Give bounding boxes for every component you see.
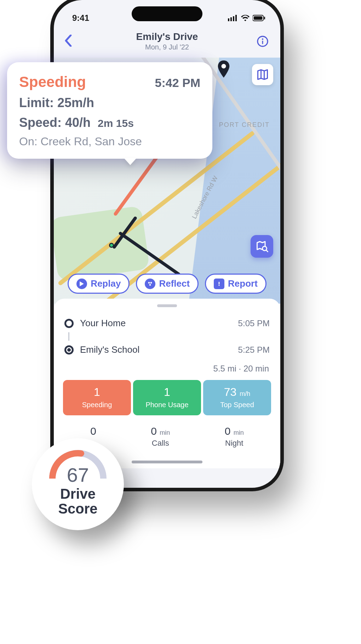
- svg-point-8: [262, 38, 263, 40]
- event-tiles: 1 Speeding 1 Phone Usage 73 m/h Top Spee…: [63, 380, 271, 415]
- event-time: 5:42 PM: [155, 76, 201, 90]
- reflect-button[interactable]: Reflect: [136, 274, 199, 294]
- stop-name: Your Home: [80, 318, 126, 329]
- speeding-label: Speeding: [65, 401, 129, 409]
- speeding-event-card: Speeding 5:42 PM Limit: 25m/h Speed: 40/…: [7, 62, 212, 159]
- event-speed: Speed: 40/h 2m 15s: [19, 115, 200, 130]
- locate-button[interactable]: [251, 235, 273, 258]
- back-button[interactable]: [64, 35, 79, 48]
- nav-header: Emily's Drive Mon, 9 Jul '22: [54, 28, 280, 58]
- metric-item: 0 min Night: [225, 425, 244, 448]
- drive-score-badge[interactable]: 67 Drive Score: [32, 438, 124, 530]
- event-limit: Limit: 25m/h: [19, 95, 200, 110]
- svg-point-15: [149, 284, 151, 286]
- svg-line-12: [266, 250, 268, 252]
- cellular-icon: [228, 15, 238, 21]
- svg-rect-5: [254, 16, 262, 20]
- home-indicator: [132, 461, 202, 463]
- map-style-button[interactable]: [252, 64, 273, 85]
- phone-label: Phone Usage: [135, 401, 199, 409]
- svg-rect-16: [219, 282, 220, 284]
- phone-count: 1: [135, 386, 199, 399]
- wifi-icon: [241, 15, 250, 21]
- event-location: On: Creek Rd, San Jose: [19, 135, 200, 148]
- stop-row: Your Home 5:05 PM: [63, 314, 271, 332]
- metric-item: 0 min Calls: [151, 425, 170, 448]
- route-start-marker: [109, 243, 114, 248]
- stop-connector: [68, 332, 69, 341]
- top-speed-value: 73 m/h: [205, 386, 269, 399]
- svg-rect-3: [235, 15, 237, 21]
- map-actions: Replay Reflect Report: [54, 274, 280, 294]
- event-speed-value: Speed: 40/h: [19, 115, 91, 130]
- route-end-marker: [217, 60, 231, 80]
- svg-rect-0: [228, 18, 229, 21]
- speeding-tile[interactable]: 1 Speeding: [63, 380, 131, 415]
- trip-summary: 5.5 mi · 20 min: [65, 364, 269, 374]
- battery-icon: [253, 15, 265, 21]
- svg-rect-9: [262, 40, 263, 44]
- phone-usage-tile[interactable]: 1 Phone Usage: [133, 380, 201, 415]
- svg-point-13: [148, 282, 150, 283]
- page-title: Emily's Drive: [79, 31, 256, 42]
- info-button[interactable]: [256, 35, 270, 47]
- svg-rect-2: [233, 16, 234, 21]
- svg-point-10: [222, 64, 226, 69]
- map-area-label: PORT CREDIT: [219, 121, 270, 129]
- gauge-icon: [46, 447, 110, 479]
- stop-name: Emily's School: [80, 344, 139, 355]
- report-button[interactable]: Report: [205, 274, 267, 294]
- reflect-icon: [145, 279, 155, 289]
- stop-end-icon: [64, 345, 74, 355]
- event-duration: 2m 15s: [98, 117, 134, 129]
- svg-point-14: [150, 282, 152, 283]
- drive-score-label: Drive Score: [58, 486, 97, 516]
- svg-rect-17: [219, 285, 220, 286]
- stop-time: 5:25 PM: [238, 345, 270, 355]
- stop-start-icon: [64, 319, 74, 328]
- report-label: Report: [228, 278, 258, 289]
- stop-time: 5:05 PM: [238, 318, 270, 328]
- reflect-label: Reflect: [159, 278, 190, 289]
- svg-rect-6: [264, 17, 265, 19]
- play-icon: [76, 279, 87, 289]
- svg-rect-1: [230, 17, 232, 21]
- event-type-label: Speeding: [19, 74, 86, 90]
- stop-row: Emily's School 5:25 PM: [63, 341, 271, 359]
- map-search-icon: [256, 240, 268, 253]
- replay-button[interactable]: Replay: [68, 274, 130, 294]
- device-notch: [132, 6, 202, 21]
- page-subtitle: Mon, 9 Jul '22: [79, 43, 256, 51]
- drag-handle[interactable]: [157, 304, 177, 307]
- report-icon: [214, 279, 224, 289]
- speeding-count: 1: [65, 386, 129, 399]
- top-speed-label: Top Speed: [205, 401, 269, 409]
- top-speed-tile[interactable]: 73 m/h Top Speed: [203, 380, 271, 415]
- status-time: 9:41: [72, 13, 89, 23]
- replay-label: Replay: [91, 278, 121, 289]
- map-icon: [256, 68, 269, 81]
